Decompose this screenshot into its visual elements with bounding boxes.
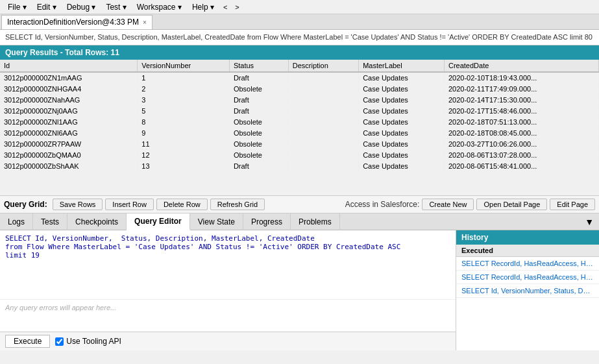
cell-version: 2 [138,84,230,95]
execute-bar: Execute Use Tooling API [0,332,456,350]
cell-id: 3012p000000ZN1mAAG [0,72,138,84]
cell-createddate: 2020-02-17T15:48:46.000... [444,106,598,117]
menu-test[interactable]: Test ▾ [101,1,131,13]
col-header-masterlabel: MasterLabel [359,60,445,72]
cell-createddate: 2020-03-27T10:06:26.000... [444,139,598,150]
open-detail-page-button[interactable]: Open Detail Page [476,199,547,210]
nav-next-arrow[interactable]: > [231,2,243,12]
tab-query-editor[interactable]: Query Editor [127,213,190,230]
table-row[interactable]: 3012p000000ZNHGAA4 2 Obsolete Case Updat… [0,84,599,95]
cell-version: 12 [138,150,230,161]
cell-masterlabel: Case Updates [359,117,445,128]
tab-label: InteractionDefinitionVersion@4:33 PM [7,18,139,27]
table-row[interactable]: 3012p000000ZR7PAAW 11 Obsolete Case Upda… [0,139,599,150]
col-header-createddate: CreatedDate [444,60,598,72]
cell-description [288,95,358,106]
table-row[interactable]: 3012p000000ZNl1AAG 8 Obsolete Case Updat… [0,117,599,128]
cell-description [288,150,358,161]
cell-version: 11 [138,139,230,150]
col-header-status: Status [229,60,288,72]
menu-file[interactable]: File ▾ [3,1,32,13]
history-item[interactable]: SELECT RecordId, HasReadAccess, HasTr... [456,271,599,284]
cell-createddate: 2020-02-18T07:51:13.000... [444,117,598,128]
use-tooling-api-checkbox[interactable] [55,337,64,346]
cell-masterlabel: Case Updates [359,95,445,106]
query-editor-input[interactable]: SELECT Id, VersionNumber, Status, Descri… [0,230,456,299]
history-panel: History Executed SELECT RecordId, HasRea… [456,230,599,350]
cell-description [288,139,358,150]
tab-progress[interactable]: Progress [243,213,291,230]
cell-status: Obsolete [229,84,288,95]
edit-page-button[interactable]: Edit Page [550,199,595,210]
cell-version: 3 [138,95,230,106]
query-text-display: SELECT Id, VersionNumber, Status, Descri… [0,30,599,45]
table-row[interactable]: 3012p000000ZNj0AAG 5 Draft Case Updates … [0,106,599,117]
results-table-container[interactable]: Id VersionNumber Status Description Mast… [0,60,599,196]
menu-help[interactable]: Help ▾ [187,1,219,13]
save-rows-button[interactable]: Save Rows [53,199,103,210]
close-icon[interactable]: × [143,19,147,26]
history-subheader: Executed [456,245,599,257]
access-label: Access in Salesforce: [345,200,420,209]
results-header: Query Results - Total Rows: 11 [0,45,599,60]
table-header-row: Id VersionNumber Status Description Mast… [0,60,599,72]
col-header-description: Description [288,60,358,72]
query-tab[interactable]: InteractionDefinitionVersion@4:33 PM × [1,15,153,29]
cell-status: Draft [229,106,288,117]
menu-bar: File ▾ Edit ▾ Debug ▾ Test ▾ Workspace ▾… [0,0,599,14]
cell-status: Draft [229,95,288,106]
history-item[interactable]: SELECT Id, VersionNumber, Status, Descri… [456,284,599,298]
create-new-button[interactable]: Create New [422,199,474,210]
cell-createddate: 2020-02-14T17:15:30.000... [444,95,598,106]
cell-version: 5 [138,106,230,117]
cell-id: 3012p000000ZNj0AAG [0,106,138,117]
execute-button[interactable]: Execute [5,335,50,348]
results-table: Id VersionNumber Status Description Mast… [0,60,599,172]
cell-masterlabel: Case Updates [359,150,445,161]
cell-id: 3012p000000ZNl6AAG [0,128,138,139]
cell-description [288,161,358,172]
nav-prev-arrow[interactable]: < [219,2,231,12]
tab-view-state[interactable]: View State [190,213,243,230]
insert-row-button[interactable]: Insert Row [105,199,154,210]
table-row[interactable]: 3012p000000ZbShAAK 13 Draft Case Updates… [0,161,599,172]
query-editor-area: SELECT Id, VersionNumber, Status, Descri… [0,230,456,350]
cell-id: 3012p000000ZNahAAG [0,95,138,106]
access-salesforce-section: Access in Salesforce: Create New Open De… [345,199,595,210]
tab-logs[interactable]: Logs [0,213,33,230]
table-row[interactable]: 3012p000000ZbQMAA0 12 Obsolete Case Upda… [0,150,599,161]
expand-icon[interactable]: ▼ [580,214,599,230]
menu-workspace[interactable]: Workspace ▾ [132,1,187,13]
menu-edit[interactable]: Edit ▾ [32,1,62,13]
history-item[interactable]: SELECT RecordId, HasReadAccess, HasTr... [456,257,599,271]
cell-id: 3012p000000ZR7PAAW [0,139,138,150]
cell-status: Obsolete [229,150,288,161]
table-row[interactable]: 3012p000000ZNl6AAG 9 Obsolete Case Updat… [0,128,599,139]
cell-status: Draft [229,161,288,172]
cell-version: 9 [138,128,230,139]
history-header: History [456,230,599,245]
bottom-panel: SELECT Id, VersionNumber, Status, Descri… [0,230,599,350]
cell-status: Obsolete [229,117,288,128]
tab-tests[interactable]: Tests [33,213,67,230]
refresh-grid-button[interactable]: Refresh Grid [210,199,265,210]
cell-description [288,72,358,84]
cell-status: Obsolete [229,139,288,150]
table-row[interactable]: 3012p000000ZN1mAAG 1 Draft Case Updates … [0,72,599,84]
cell-createddate: 2020-08-06T13:07:28.000... [444,150,598,161]
tab-checkpoints[interactable]: Checkpoints [67,213,127,230]
cell-masterlabel: Case Updates [359,161,445,172]
tab-problems[interactable]: Problems [291,213,340,230]
cell-masterlabel: Case Updates [359,139,445,150]
table-row[interactable]: 3012p000000ZNahAAG 3 Draft Case Updates … [0,95,599,106]
bottom-tab-bar: Logs Tests Checkpoints Query Editor View… [0,213,599,230]
cell-version: 8 [138,117,230,128]
use-tooling-api-label[interactable]: Use Tooling API [55,337,121,346]
grid-toolbar-label: Query Grid: [4,200,47,209]
cell-createddate: 2020-02-10T18:19:43.000... [444,72,598,84]
menu-debug[interactable]: Debug ▾ [62,1,101,13]
grid-toolbar: Query Grid: Save Rows Insert Row Delete … [0,196,599,213]
delete-row-button[interactable]: Delete Row [156,199,208,210]
cell-createddate: 2020-02-18T08:08:45.000... [444,128,598,139]
tab-bar: InteractionDefinitionVersion@4:33 PM × [0,14,599,30]
